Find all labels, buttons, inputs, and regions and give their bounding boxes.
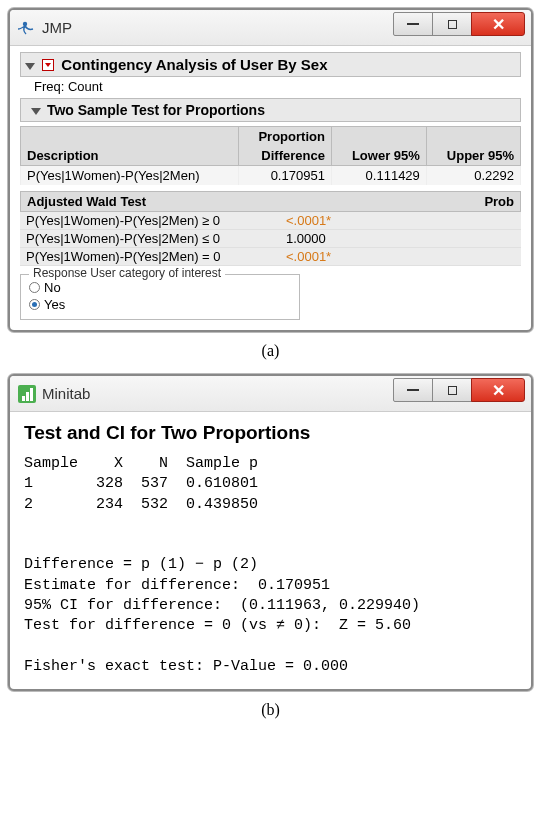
wald-prob: <.0001*: [286, 213, 366, 228]
subheading-row[interactable]: Two Sample Test for Proportions: [20, 98, 521, 122]
output-row: 2 234 532 0.439850: [24, 495, 517, 515]
maximize-button[interactable]: [432, 378, 472, 402]
cell-upper: 0.2292: [426, 166, 520, 186]
col-diff-top: Proportion: [238, 127, 331, 147]
radio-option-yes[interactable]: Yes: [29, 296, 291, 313]
wald-desc: P(Yes|1Women)-P(Yes|2Men) = 0: [26, 249, 286, 264]
analysis-heading-row[interactable]: Contingency Analysis of User By Sex: [20, 52, 521, 77]
disclosure-icon[interactable]: [31, 108, 41, 115]
output-table-header: Sample X N Sample p: [24, 454, 517, 474]
wald-header: Adjusted Wald Test Prob: [20, 191, 521, 212]
cell-lower: 0.111429: [331, 166, 426, 186]
wald-row: P(Yes|1Women)-P(Yes|2Men) = 0 <.0001*: [20, 248, 521, 266]
minitab-title: Minitab: [42, 385, 90, 402]
jmp-title: JMP: [42, 19, 72, 36]
col-diff-bottom: Difference: [238, 146, 331, 166]
output-row: 1 328 537 0.610801: [24, 474, 517, 494]
caption-a: (a): [8, 336, 533, 374]
minitab-content: Test and CI for Two Proportions Sample X…: [10, 412, 531, 689]
blank-line: [24, 636, 517, 656]
minimize-button[interactable]: [393, 378, 433, 402]
window-buttons: ✕: [394, 378, 525, 402]
caption-b: (b): [8, 695, 533, 733]
wald-title: Adjusted Wald Test: [27, 194, 146, 209]
maximize-button[interactable]: [432, 12, 472, 36]
svg-point-0: [23, 21, 27, 25]
radio-option-no[interactable]: No: [29, 279, 291, 296]
jmp-content: Contingency Analysis of User By Sex Freq…: [10, 46, 531, 330]
radio-label: No: [44, 280, 61, 295]
col-upper: Upper 95%: [426, 127, 520, 166]
minitab-icon: [18, 385, 36, 403]
output-line: Fisher's exact test: P-Value = 0.000: [24, 657, 517, 677]
wald-row: P(Yes|1Women)-P(Yes|2Men) ≤ 0 1.0000: [20, 230, 521, 248]
col-lower: Lower 95%: [331, 127, 426, 166]
wald-row: P(Yes|1Women)-P(Yes|2Men) ≥ 0 <.0001*: [20, 212, 521, 230]
output-line: Test for difference = 0 (vs ≠ 0): Z = 5.…: [24, 616, 517, 636]
disclosure-icon[interactable]: [25, 63, 35, 70]
subheading: Two Sample Test for Proportions: [47, 102, 265, 118]
table-row: P(Yes|1Women)-P(Yes|2Men) 0.170951 0.111…: [21, 166, 521, 186]
output-line: Estimate for difference: 0.170951: [24, 576, 517, 596]
minitab-window: Minitab ✕ Test and CI for Two Proportion…: [8, 374, 533, 691]
jmp-titlebar[interactable]: JMP ✕: [10, 10, 531, 46]
jmp-icon: [18, 19, 36, 37]
radio-label: Yes: [44, 297, 65, 312]
minimize-button[interactable]: [393, 12, 433, 36]
minitab-titlebar[interactable]: Minitab ✕: [10, 376, 531, 412]
output-title: Test and CI for Two Proportions: [24, 422, 517, 444]
analysis-heading: Contingency Analysis of User By Sex: [61, 56, 327, 73]
wald-prob: <.0001*: [286, 249, 366, 264]
cell-desc: P(Yes|1Women)-P(Yes|2Men): [21, 166, 239, 186]
response-category-group: Response User category of interest No Ye…: [20, 274, 300, 320]
response-legend: Response User category of interest: [29, 266, 225, 280]
output-line: Difference = p (1) − p (2): [24, 555, 517, 575]
wald-prob: 1.0000: [286, 231, 366, 246]
col-description: Description: [21, 127, 239, 166]
window-buttons: ✕: [394, 12, 525, 36]
blank-line: [24, 535, 517, 555]
wald-desc: P(Yes|1Women)-P(Yes|2Men) ≥ 0: [26, 213, 286, 228]
radio-icon[interactable]: [29, 299, 40, 310]
wald-desc: P(Yes|1Women)-P(Yes|2Men) ≤ 0: [26, 231, 286, 246]
close-button[interactable]: ✕: [471, 12, 525, 36]
blank-line: [24, 515, 517, 535]
cell-diff: 0.170951: [238, 166, 331, 186]
proportion-table: Description Proportion Lower 95% Upper 9…: [20, 126, 521, 185]
hotspot-icon[interactable]: [42, 59, 54, 71]
wald-prob-label: Prob: [394, 194, 514, 209]
jmp-window: JMP ✕ Contingency Analysis of User By Se…: [8, 8, 533, 332]
output-line: 95% CI for difference: (0.111963, 0.2299…: [24, 596, 517, 616]
radio-icon[interactable]: [29, 282, 40, 293]
freq-label: Freq: Count: [20, 77, 521, 96]
close-button[interactable]: ✕: [471, 378, 525, 402]
